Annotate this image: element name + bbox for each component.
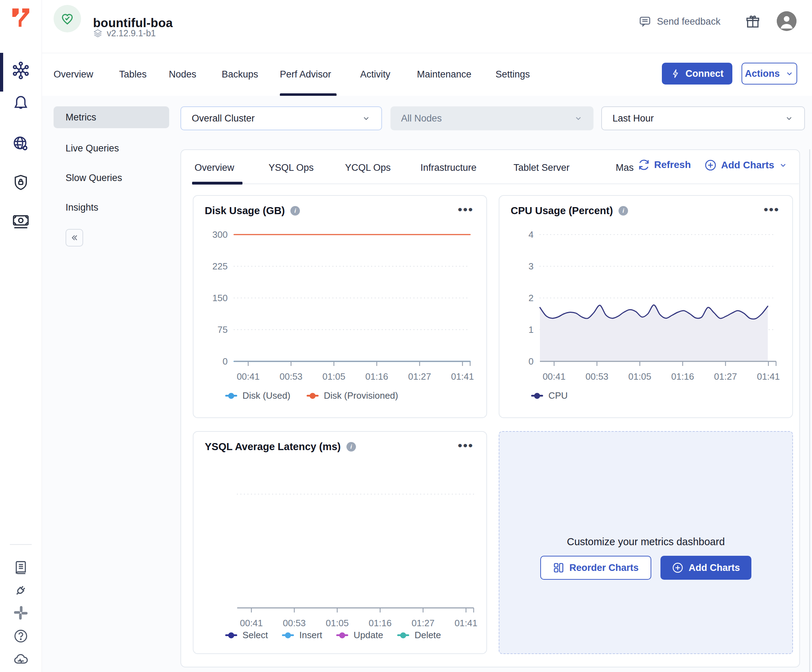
ysql-latency-card: YSQL Average Latency (ms) 00:4100:5301:0…: [193, 431, 487, 654]
svg-text:01:16: 01:16: [368, 618, 392, 628]
version-label: v2.12.9.1-b1: [107, 28, 156, 38]
send-feedback-button[interactable]: Send feedback: [636, 15, 722, 28]
rail-item-notifications[interactable]: [0, 86, 41, 120]
legend-item[interactable]: Delete: [397, 630, 441, 641]
legend-marker: [397, 634, 409, 636]
chevron-down-icon: [778, 161, 788, 170]
svg-text:300: 300: [213, 229, 228, 240]
metrics-tab-infrastructure[interactable]: Infrastructure: [420, 160, 476, 175]
add-charts-button[interactable]: Add Charts: [660, 556, 751, 580]
cluster-version: v2.12.9.1-b1: [93, 28, 156, 38]
send-feedback-label: Send feedback: [657, 16, 720, 27]
svg-text:0: 0: [529, 356, 534, 367]
metrics-tab-master-truncated[interactable]: Mas: [616, 160, 634, 175]
tab-nodes[interactable]: Nodes: [169, 53, 196, 95]
svg-text:4: 4: [529, 229, 534, 240]
svg-text:01:16: 01:16: [365, 371, 388, 382]
tab-settings[interactable]: Settings: [496, 53, 530, 95]
time-range-value: Last Hour: [612, 113, 654, 124]
tab-maintenance[interactable]: Maintenance: [417, 53, 472, 95]
chevron-down-icon: [785, 69, 794, 78]
svg-text:01:41: 01:41: [451, 371, 474, 382]
disk-usage-chart: 30022515075000:4100:5301:0501:1601:2701:…: [193, 196, 486, 417]
tab-backups[interactable]: Backups: [222, 53, 258, 95]
legend-item[interactable]: Update: [336, 630, 383, 641]
legend-label: Insert: [299, 630, 322, 641]
metrics-tabs-track: [192, 184, 799, 184]
legend-item[interactable]: Disk (Provisioned): [307, 390, 398, 401]
svg-text:01:41: 01:41: [757, 371, 780, 382]
metrics-tab-ysql-ops[interactable]: YSQL Ops: [269, 160, 314, 175]
svg-text:75: 75: [217, 324, 228, 335]
legend-item[interactable]: Insert: [282, 630, 322, 641]
nodes-select[interactable]: All Nodes: [391, 106, 594, 130]
refresh-icon: [638, 159, 650, 171]
slack-icon: [13, 605, 29, 621]
chevron-down-icon: [574, 114, 583, 123]
legend-label: Delete: [415, 630, 441, 641]
rail-item-clusters[interactable]: [0, 54, 41, 87]
svg-text:00:41: 00:41: [240, 618, 263, 628]
chevron-down-icon: [362, 114, 371, 123]
svg-text:00:53: 00:53: [283, 618, 306, 628]
legend-label: Select: [242, 630, 268, 641]
yugabyte-logo-icon: [12, 8, 30, 27]
scrollbar-track[interactable]: [809, 149, 810, 672]
disk-usage-card: Disk Usage (GB) 30022515075000:4100:5301…: [193, 195, 487, 418]
svg-text:00:53: 00:53: [280, 371, 302, 382]
svg-text:0: 0: [223, 356, 228, 367]
legend-item[interactable]: Disk (Used): [225, 390, 290, 401]
tab-activity[interactable]: Activity: [360, 53, 391, 95]
metrics-tab-overview[interactable]: Overview: [194, 160, 234, 175]
health-heart-check-icon: [60, 11, 75, 26]
legend-item[interactable]: CPU: [531, 390, 568, 401]
layers-icon: [93, 29, 102, 38]
legend-marker: [336, 634, 348, 636]
add-charts-dropdown-button[interactable]: Add Charts: [702, 158, 790, 172]
cluster-scope-value: Overall Cluster: [192, 113, 255, 124]
sidebar-collapse-button[interactable]: [66, 229, 83, 247]
sidebar-item-metrics[interactable]: Metrics: [54, 106, 169, 128]
tab-overview[interactable]: Overview: [54, 53, 94, 95]
legend-marker: [282, 634, 294, 636]
legend-marker: [225, 634, 237, 636]
cluster-scope-select[interactable]: Overall Cluster: [181, 106, 382, 130]
bell-icon: [12, 94, 30, 112]
user-avatar[interactable]: [777, 11, 797, 31]
metrics-panel: Overview YSQL Ops YCQL Ops Infrastructur…: [181, 149, 800, 667]
docs-book-icon: [13, 560, 29, 575]
refresh-button[interactable]: Refresh: [636, 158, 693, 171]
customize-title: Customize your metrics dashboard: [500, 536, 792, 548]
metrics-active-tab-underline: [192, 182, 242, 185]
lightning-icon: [671, 69, 681, 78]
connect-button[interactable]: Connect: [662, 63, 732, 85]
svg-text:150: 150: [213, 293, 228, 303]
tab-tables[interactable]: Tables: [119, 53, 147, 95]
svg-text:00:41: 00:41: [543, 371, 566, 382]
svg-text:01:16: 01:16: [671, 371, 694, 382]
sidebar-item-slow-queries[interactable]: Slow Queries: [54, 167, 169, 189]
plus-circle-icon: [704, 159, 717, 172]
rail-item-status[interactable]: [0, 645, 41, 672]
sidebar-item-insights[interactable]: Insights: [54, 197, 169, 218]
sidebar-item-live-queries[interactable]: Live Queries: [54, 137, 169, 159]
metrics-tab-ycql-ops[interactable]: YCQL Ops: [345, 160, 391, 175]
svg-text:00:41: 00:41: [237, 371, 260, 382]
svg-text:01:27: 01:27: [408, 371, 431, 382]
gift-button[interactable]: [743, 14, 763, 30]
legend-marker: [531, 395, 543, 396]
actions-button[interactable]: Actions: [742, 63, 797, 85]
tab-perf-advisor[interactable]: Perf Advisor: [280, 53, 331, 95]
svg-text:01:05: 01:05: [628, 371, 651, 382]
legend-item[interactable]: Select: [225, 630, 268, 641]
rail-item-network[interactable]: [0, 127, 41, 161]
rail-item-billing[interactable]: [0, 204, 41, 238]
add-charts-label: Add Charts: [689, 563, 740, 573]
rail-item-security[interactable]: [0, 165, 41, 199]
legend-label: Disk (Used): [242, 390, 290, 401]
time-range-select[interactable]: Last Hour: [601, 106, 805, 130]
reorder-charts-button[interactable]: Reorder Charts: [540, 556, 651, 580]
metrics-tab-tablet-server[interactable]: Tablet Server: [513, 160, 570, 175]
yugabyte-logo[interactable]: [0, 3, 41, 32]
billing-icon: [12, 212, 30, 230]
